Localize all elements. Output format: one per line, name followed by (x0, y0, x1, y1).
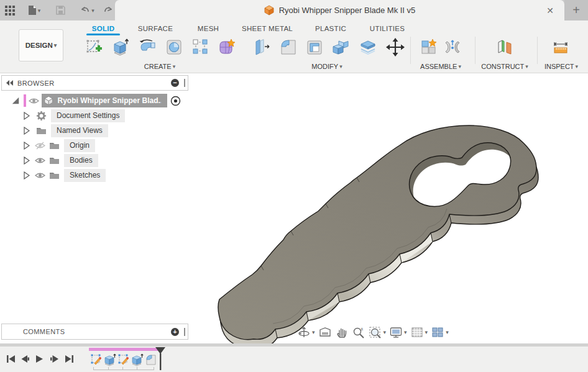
look-at-button[interactable] (318, 325, 332, 339)
folder-icon (49, 156, 60, 165)
model-blade[interactable] (193, 93, 588, 360)
skip-to-end-button[interactable] (63, 354, 75, 364)
zoom-window-button[interactable]: ▾ (369, 325, 387, 339)
timeline-position-marker[interactable] (155, 347, 166, 371)
timeline-feature-sketch-2[interactable] (117, 353, 130, 366)
play-button[interactable] (34, 354, 45, 364)
expand-collapse-icon[interactable] (11, 96, 20, 105)
grid-settings-button[interactable]: ▾ (410, 325, 428, 339)
viewport-canvas[interactable]: BROWSER − Ryobi Whipper Snipper Blad... (0, 73, 588, 343)
create-sketch-button[interactable] (83, 35, 106, 59)
viewports-caret-icon: ▾ (446, 329, 449, 335)
shell-button[interactable] (303, 35, 326, 59)
tab-plastic[interactable]: PLASTIC (308, 22, 353, 35)
document-tab[interactable]: Ryobi Whipper Snipper Blade Mk II v5 ✕ (115, 0, 564, 20)
pan-button[interactable] (335, 325, 349, 339)
revolve-button[interactable] (137, 35, 159, 59)
press-pull-button[interactable] (251, 35, 273, 59)
tab-utilities[interactable]: UTILITIES (364, 22, 410, 35)
rectangular-pattern-button[interactable] (189, 35, 211, 59)
app-grid-icon[interactable] (0, 0, 20, 20)
expand-icon[interactable] (22, 112, 31, 120)
panel-resize-handle[interactable] (184, 328, 185, 336)
tab-sheet-metal[interactable]: SHEET METAL (239, 22, 295, 35)
browser-tree: Ryobi Whipper Snipper Blad... Document S… (0, 93, 188, 183)
shell-icon (305, 38, 324, 57)
expand-icon[interactable] (22, 171, 31, 179)
create-group-menu[interactable]: CREATE▾ (129, 62, 191, 71)
construct-plane-icon (495, 38, 514, 57)
display-settings-icon (389, 325, 403, 339)
panel-resize-handle[interactable] (184, 79, 185, 87)
zoom-button[interactable]: ± (352, 325, 365, 339)
fillet-icon (279, 38, 298, 57)
skip-to-start-button[interactable] (5, 354, 16, 364)
add-comment-icon[interactable]: + (171, 328, 179, 336)
measure-button[interactable] (549, 35, 572, 59)
close-tab-icon[interactable]: ✕ (544, 5, 556, 16)
timeline-feature-extrude-2[interactable] (131, 353, 144, 366)
timeline-feature-span (89, 348, 162, 351)
expand-icon[interactable] (22, 127, 31, 135)
inspect-group-menu[interactable]: INSPECT▾ (533, 62, 588, 71)
fillet-button[interactable] (277, 35, 300, 59)
joint-button[interactable] (441, 35, 464, 59)
viewports-button[interactable]: ▾ (431, 325, 449, 339)
save-button[interactable] (50, 0, 71, 20)
extrude-button[interactable] (109, 35, 132, 59)
revolve-icon (139, 38, 157, 57)
activate-component-radio[interactable] (170, 96, 181, 106)
visibility-off-eye-icon[interactable] (35, 142, 45, 150)
undo-button[interactable]: ▾ (76, 0, 98, 20)
look-at-icon (318, 325, 332, 339)
create-form-button[interactable] (215, 35, 237, 59)
timeline-group-bracket (93, 367, 154, 370)
selected-row-highlight[interactable]: Ryobi Whipper Snipper Blad... (42, 94, 167, 107)
comments-panel[interactable]: COMMENTS + (1, 324, 188, 340)
workspace-caret-icon: ▾ (54, 42, 57, 48)
move-copy-button[interactable] (384, 35, 407, 59)
browser-item-sketches[interactable]: Sketches (0, 168, 188, 183)
combine-button[interactable] (329, 35, 352, 59)
expand-icon[interactable] (22, 142, 31, 150)
modify-group-label: MODIFY (311, 63, 338, 70)
browser-item-bodies[interactable]: Bodies (0, 153, 188, 168)
offset-face-button[interactable] (357, 35, 379, 59)
browser-item-origin[interactable]: Origin (0, 138, 188, 153)
step-back-button[interactable] (19, 354, 30, 364)
collapse-all-icon[interactable]: − (171, 79, 179, 87)
zoom-icon: ± (352, 325, 365, 339)
browser-item-document-settings[interactable]: Document Settings (0, 108, 188, 123)
browser-title: BROWSER (17, 79, 55, 87)
file-menu-button[interactable]: ▾ (24, 0, 45, 20)
orbit-button[interactable]: ▾ (297, 325, 315, 339)
component-cube-icon (44, 96, 53, 106)
document-title: Ryobi Whipper Snipper Blade Mk II v5 (279, 6, 416, 15)
group-divider (537, 37, 538, 64)
construct-plane-button[interactable] (494, 35, 516, 59)
display-settings-button[interactable]: ▾ (389, 325, 407, 339)
collapse-panel-icon[interactable] (6, 80, 14, 86)
visibility-eye-icon[interactable] (35, 157, 45, 164)
visibility-eye-icon[interactable] (35, 172, 45, 179)
modify-group-menu[interactable]: MODIFY▾ (296, 62, 358, 71)
hole-button[interactable] (163, 35, 185, 59)
browser-item-named-views[interactable]: Named Views (0, 123, 188, 138)
visibility-eye-icon[interactable] (29, 98, 39, 104)
browser-item-root[interactable]: Ryobi Whipper Snipper Blad... (0, 93, 188, 108)
workspace-label: DESIGN (25, 42, 53, 49)
expand-icon[interactable] (22, 157, 31, 165)
construct-group-menu[interactable]: CONSTRUCT▾ (471, 62, 539, 71)
tab-mesh[interactable]: MESH (193, 22, 224, 35)
assemble-group-menu[interactable]: ASSEMBLE▾ (407, 62, 475, 71)
timeline-feature-sketch-1[interactable] (90, 353, 103, 366)
timeline-feature-extrude-1[interactable] (104, 353, 116, 366)
tab-surface[interactable]: SURFACE (133, 22, 178, 35)
new-tab-button[interactable]: + (564, 0, 588, 20)
step-forward-button[interactable] (48, 354, 60, 364)
assemble-group-label: ASSEMBLE (420, 63, 457, 70)
press-pull-icon (253, 38, 272, 57)
new-component-button[interactable] (418, 35, 440, 59)
workspace-switcher-button[interactable]: DESIGN ▾ (19, 29, 63, 61)
tab-solid[interactable]: SOLID (87, 22, 119, 35)
